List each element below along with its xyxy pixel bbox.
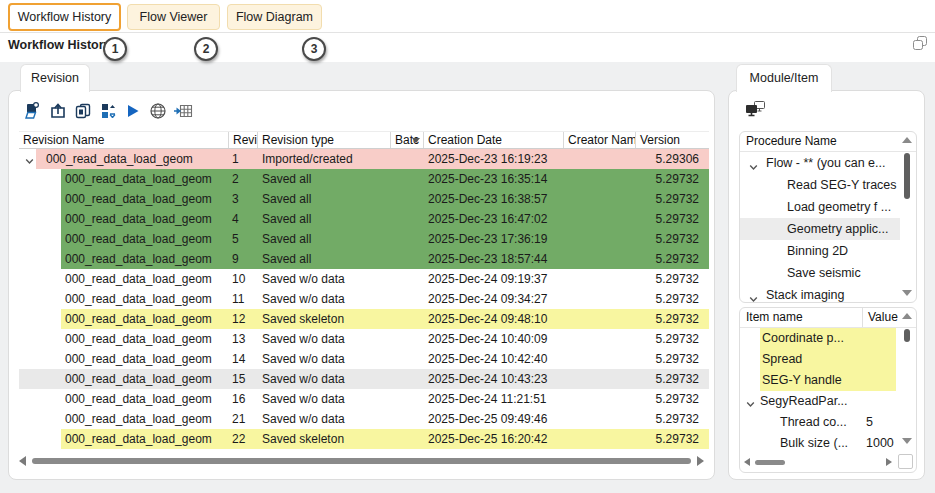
tab-revision[interactable]: Revision <box>20 64 90 92</box>
item-name-cell: SegyReadPar... <box>740 391 900 412</box>
item-row[interactable]: Coordinate p... <box>740 328 900 349</box>
revision-row[interactable]: 000_read_data_load_geom9Saved all2025-De… <box>19 249 709 269</box>
scrollbar-thumb[interactable] <box>32 458 691 464</box>
expand-chevron-icon[interactable] <box>24 153 35 164</box>
version-cell: 5.29732 <box>636 269 709 289</box>
restore-window-icon[interactable] <box>913 36 929 51</box>
scrollbar-thumb[interactable] <box>755 460 785 465</box>
revision-number-cell: 21 <box>229 409 258 429</box>
procedure-item[interactable]: Binning 2D <box>740 240 900 262</box>
scrollbar-thumb[interactable] <box>904 153 910 199</box>
revision-row[interactable]: 000_read_data_load_geom13Saved w/o data2… <box>19 329 709 349</box>
revision-row[interactable]: 000_read_data_load_geom5Saved all2025-De… <box>19 229 709 249</box>
column-header-item-name[interactable]: Item name <box>746 310 803 324</box>
item-vertical-scrollbar[interactable] <box>901 311 913 468</box>
revision-row[interactable]: 000_read_data_load_geom12Saved skeleton2… <box>19 309 709 329</box>
column-header-creation-date[interactable]: Creation Date <box>424 132 564 148</box>
procedure-vertical-scrollbar[interactable] <box>901 135 913 298</box>
scroll-right-icon[interactable] <box>697 456 704 466</box>
procedure-item[interactable]: Geometry applic... <box>740 218 900 240</box>
procedure-item-label: Geometry applic... <box>740 218 900 240</box>
scroll-up-icon[interactable] <box>902 313 912 319</box>
creator-name-cell <box>564 269 636 289</box>
revision-row[interactable]: 000_read_data_load_geom14Saved w/o data2… <box>19 349 709 369</box>
batch-cell <box>391 189 424 209</box>
swap-revisions-icon[interactable] <box>98 101 118 121</box>
batch-filter-icon[interactable] <box>412 138 420 143</box>
run-icon[interactable] <box>123 101 143 121</box>
item-row[interactable]: Spread <box>740 349 900 370</box>
expand-chevron-icon[interactable] <box>748 158 759 174</box>
item-row[interactable]: SegyReadPar... <box>740 391 900 412</box>
revision-row[interactable]: 000_read_data_load_geom3Saved all2025-De… <box>19 189 709 209</box>
procedure-item[interactable]: Stack imaging <box>740 284 900 303</box>
column-header-batch[interactable]: Batc <box>391 132 424 148</box>
tab-flow-diagram[interactable]: Flow Diagram <box>227 4 322 30</box>
tab-workflow-history[interactable]: Workflow History <box>8 3 121 31</box>
procedure-item-label: Load geometry f ... <box>740 196 900 218</box>
column-header-revision-name[interactable]: Revision Name <box>19 132 229 148</box>
creator-name-cell <box>564 189 636 209</box>
item-row[interactable]: Thread co...5 <box>740 412 900 433</box>
scroll-right-icon[interactable] <box>886 458 892 466</box>
revision-row[interactable]: 000_read_data_load_geom21Saved w/o data2… <box>19 409 709 429</box>
scrollbar-thumb[interactable] <box>904 329 910 342</box>
column-header-value[interactable]: Value <box>868 308 898 327</box>
creation-date-cell: 2025-Dec-24 10:43:23 <box>424 369 564 389</box>
revision-row[interactable]: 000_read_data_load_geom11Saved w/o data2… <box>19 289 709 309</box>
procedure-list-header[interactable]: Procedure Name <box>740 132 916 152</box>
revision-row[interactable]: 000_read_data_load_geom1Imported/created… <box>19 149 709 169</box>
copy-revision-icon[interactable] <box>73 101 93 121</box>
item-horizontal-scrollbar[interactable] <box>744 458 892 468</box>
procedure-item-label: Flow - ** (you can e... <box>740 152 900 174</box>
revision-type-cell: Saved all <box>258 249 391 269</box>
revision-row[interactable]: 000_read_data_load_geom16Saved w/o data2… <box>19 389 709 409</box>
creator-name-cell <box>564 229 636 249</box>
revision-row[interactable]: 000_read_data_load_geom10Saved w/o data2… <box>19 269 709 289</box>
scroll-left-icon[interactable] <box>744 458 750 466</box>
revision-row[interactable]: 000_read_data_load_geom22Saved skeleton2… <box>19 429 709 449</box>
item-name-cell: Thread co... <box>740 412 900 433</box>
revision-type-cell: Saved all <box>258 209 391 229</box>
column-header-revision-number[interactable]: Revis <box>229 132 258 148</box>
version-cell: 5.29732 <box>636 349 709 369</box>
revision-row[interactable]: 000_read_data_load_geom15Saved w/o data2… <box>19 369 709 389</box>
creator-name-cell <box>564 249 636 269</box>
column-header-revision-type[interactable]: Revision type <box>258 132 391 148</box>
scroll-down-icon[interactable] <box>902 290 912 296</box>
creation-date-cell: 2025-Dec-23 17:36:19 <box>424 229 564 249</box>
globe-icon[interactable] <box>148 101 168 121</box>
creation-date-cell: 2025-Dec-25 09:49:46 <box>424 409 564 429</box>
version-cell: 5.29732 <box>636 249 709 269</box>
tab-module-item[interactable]: Module/Item <box>736 64 832 92</box>
load-revision-icon[interactable] <box>23 101 43 121</box>
column-header-version[interactable]: Version <box>636 132 709 148</box>
creation-date-cell: 2025-Dec-23 18:57:44 <box>424 249 564 269</box>
procedure-item[interactable]: Save seismic <box>740 262 900 284</box>
scroll-left-icon[interactable] <box>19 456 26 466</box>
expand-chevron-icon[interactable] <box>748 290 759 303</box>
tab-flow-viewer[interactable]: Flow Viewer <box>127 4 220 30</box>
item-row[interactable]: SEG-Y handle <box>740 370 900 391</box>
modules-icon[interactable] <box>745 100 767 120</box>
procedure-item[interactable]: Read SEG-Y traces <box>740 174 900 196</box>
procedure-item-label: Binning 2D <box>740 240 900 262</box>
column-header-creator-name[interactable]: Creator Name <box>564 132 636 148</box>
revision-panel: Revision Name Revis Revision type Batc C… <box>8 90 715 480</box>
revision-row[interactable]: 000_read_data_load_geom4Saved all2025-De… <box>19 209 709 229</box>
scroll-up-icon[interactable] <box>902 137 912 143</box>
export-revision-icon[interactable] <box>48 101 68 121</box>
item-row[interactable]: Bulk size (...1000 <box>740 433 900 454</box>
batch-cell <box>391 149 424 169</box>
horizontal-scrollbar[interactable] <box>19 455 704 467</box>
scroll-down-icon[interactable] <box>902 438 912 444</box>
export-to-table-icon[interactable] <box>173 101 193 121</box>
revision-row[interactable]: 000_read_data_load_geom2Saved all2025-De… <box>19 169 709 189</box>
procedure-item[interactable]: Flow - ** (you can e... <box>740 152 900 174</box>
creator-name-cell <box>564 429 636 449</box>
column-divider <box>862 308 863 327</box>
top-tab-bar: Workflow History Flow Viewer Flow Diagra… <box>0 0 935 33</box>
procedure-item[interactable]: Load geometry f ... <box>740 196 900 218</box>
version-cell: 5.29306 <box>636 149 709 169</box>
version-cell: 5.29732 <box>636 329 709 349</box>
